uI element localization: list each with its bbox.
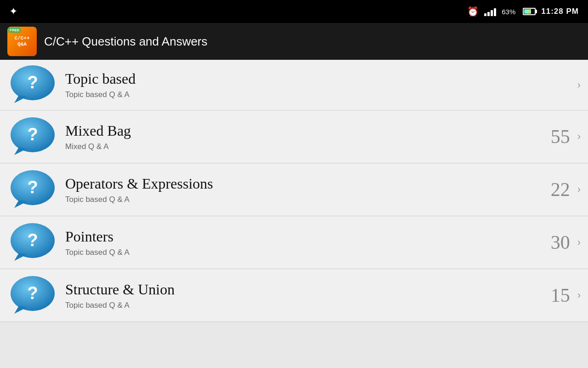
list-container: ? Topic based Topic based Q & A › ? — [0, 60, 588, 322]
svg-text:?: ? — [27, 125, 38, 144]
item-subtitle: Mixed Q & A — [65, 142, 526, 151]
status-bar: ✦ ⏰ 63% ⚡ 11:28 PM — [0, 0, 588, 23]
item-subtitle: Topic based Q & A — [65, 195, 526, 204]
battery-percent: 63% — [502, 8, 515, 16]
item-icon: ? — [7, 222, 58, 263]
svg-text:?: ? — [27, 283, 38, 303]
item-subtitle: Topic based Q & A — [65, 301, 526, 310]
chevron-icon: › — [577, 131, 581, 143]
chevron-icon: › — [577, 236, 581, 248]
item-content: Pointers Topic based Q & A — [58, 228, 533, 257]
item-icon: ? — [7, 169, 58, 210]
item-content: Mixed Bag Mixed Q & A — [58, 122, 533, 151]
svg-text:?: ? — [27, 73, 38, 92]
list-item[interactable]: ? Pointers Topic based Q & A 30 › — [0, 216, 588, 269]
list-item[interactable]: ? Topic based Topic based Q & A › — [0, 60, 588, 110]
alarm-icon: ⏰ — [467, 6, 479, 17]
app-title: C/C++ Questions and Answers — [44, 34, 208, 49]
clock: 11:28 PM — [541, 7, 579, 16]
item-title: Mixed Bag — [65, 122, 526, 139]
item-count: 22 — [533, 178, 570, 201]
free-badge: FREE — [8, 28, 21, 33]
item-title: Structure & Union — [65, 281, 526, 298]
svg-text:?: ? — [27, 178, 38, 197]
item-title: Pointers — [65, 228, 526, 245]
status-right: ⏰ 63% ⚡ 11:28 PM — [467, 6, 579, 17]
item-count: 30 — [533, 231, 570, 253]
bubble-svg: ? — [10, 223, 56, 262]
item-subtitle: Topic based Q & A — [65, 90, 526, 99]
app-icon: FREE C/C++ Q&A — [7, 27, 37, 56]
item-count: 15 — [533, 284, 570, 306]
item-content: Structure & Union Topic based Q & A — [58, 281, 533, 310]
item-content: Operators & Expressions Topic based Q & … — [58, 175, 533, 204]
item-subtitle: Topic based Q & A — [65, 248, 526, 257]
status-left: ✦ — [9, 6, 17, 17]
chevron-icon: › — [577, 79, 581, 91]
bubble-svg: ? — [10, 276, 56, 315]
item-count: 55 — [533, 126, 570, 148]
item-title: Operators & Expressions — [65, 175, 526, 192]
app-icon-text: C/C++ Q&A — [14, 35, 29, 47]
chevron-icon: › — [577, 289, 581, 301]
charging-icon: ⚡ — [526, 9, 532, 15]
bubble-svg: ? — [10, 117, 56, 156]
item-icon: ? — [7, 275, 58, 316]
signal-icon — [484, 7, 496, 16]
list-item[interactable]: ? Mixed Bag Mixed Q & A 55 › — [0, 110, 588, 163]
item-content: Topic based Topic based Q & A — [58, 70, 533, 99]
bubble-svg: ? — [10, 65, 56, 104]
battery-icon: ⚡ — [523, 8, 536, 15]
item-icon: ? — [7, 64, 58, 106]
chevron-icon: › — [577, 184, 581, 196]
bubble-svg: ? — [10, 170, 56, 209]
usb-icon: ✦ — [9, 6, 17, 17]
list-item[interactable]: ? Structure & Union Topic based Q & A 15… — [0, 269, 588, 322]
app-header: FREE C/C++ Q&A C/C++ Questions and Answe… — [0, 23, 588, 60]
list-item[interactable]: ? Operators & Expressions Topic based Q … — [0, 163, 588, 216]
item-icon: ? — [7, 116, 58, 157]
item-title: Topic based — [65, 70, 526, 87]
svg-text:?: ? — [27, 230, 38, 250]
